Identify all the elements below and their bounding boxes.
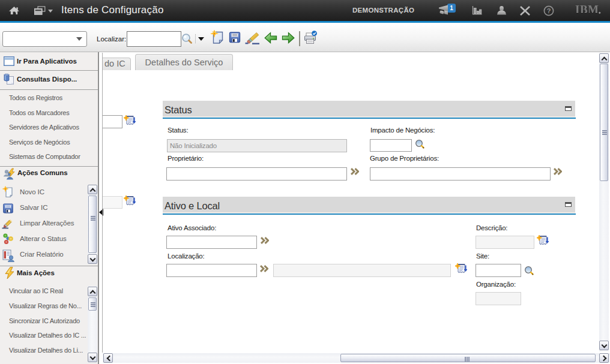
svg-text:?: ? (547, 7, 551, 14)
